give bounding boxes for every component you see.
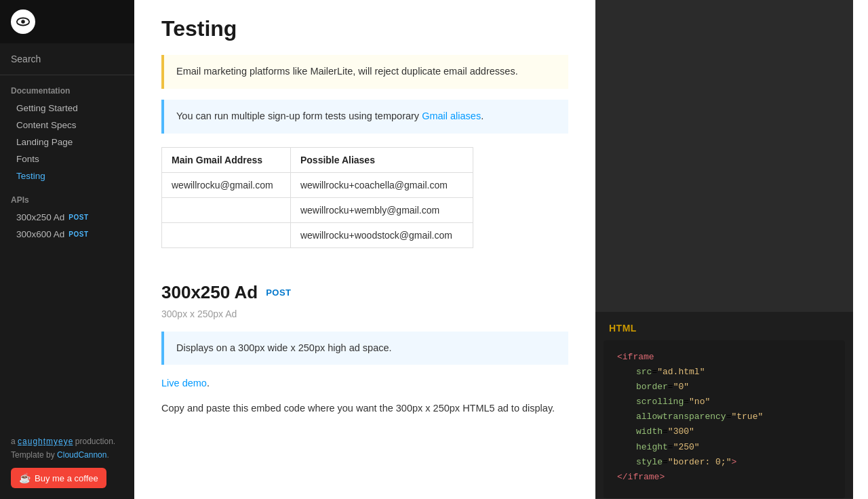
sidebar-item-300x600-label: 300x600 Ad <box>16 229 64 239</box>
caughtmyeye-y3[interactable]: y <box>64 437 68 446</box>
section-300x250-title-text: 300x250 Ad <box>161 282 258 303</box>
sidebar-item-landing-page[interactable]: Landing Page <box>0 134 134 151</box>
code-attr-allowtransparency: allowtransparency="true" <box>617 410 831 424</box>
callout-blue-suffix: . <box>481 111 484 121</box>
sidebar-section-apis: APIs 300x250 Ad POST 300x600 Ad POST <box>0 184 134 243</box>
sidebar-item-getting-started[interactable]: Getting Started <box>0 100 134 117</box>
code-attr-width: width="300" <box>617 424 831 439</box>
page-title: Testing <box>161 0 568 55</box>
caughtmyeye-m[interactable]: m <box>46 437 53 446</box>
sidebar-item-300x250-badge: POST <box>68 214 88 221</box>
callout-yellow: Email marketing platforms like MailerLit… <box>161 55 568 89</box>
sidebar-item-testing[interactable]: Testing <box>0 167 134 184</box>
caughtmyeye-h[interactable]: h <box>38 437 43 446</box>
sidebar-item-300x600-badge: POST <box>68 231 88 238</box>
live-demo-link[interactable]: Live demo <box>161 378 207 388</box>
live-demo-paragraph: Live demo. <box>161 376 568 391</box>
sidebar-search-item[interactable]: Search <box>0 43 134 75</box>
code-attr-src: src="ad.html" <box>617 365 831 380</box>
callout-blue: You can run multiple sign-up form tests … <box>161 100 568 134</box>
sidebar-logo <box>0 0 134 43</box>
footer-prefix: a <box>11 437 18 446</box>
code-attr-border: border="0" <box>617 380 831 395</box>
sidebar-item-300x250-label: 300x250 Ad <box>16 212 64 222</box>
table-cell-col1-1 <box>162 197 291 222</box>
code-attr-scrolling: scrolling="no" <box>617 395 831 410</box>
aliases-table: Main Gmail Address Possible Aliases wewi… <box>161 147 473 248</box>
table-row: wewillrocku+woodstock@gmail.com <box>162 222 473 247</box>
caughtmyeye-u[interactable]: u <box>28 437 33 446</box>
embed-instructions: Copy and paste this embed code where you… <box>161 401 568 416</box>
caughtmyeye-g[interactable]: g <box>33 437 37 446</box>
callout-300x250: Displays on a 300px wide x 250px high ad… <box>161 332 568 365</box>
table-cell-col2-0: wewillrocku+coachella@gmail.com <box>290 172 473 197</box>
sidebar-item-content-specs[interactable]: Content Specs <box>0 117 134 134</box>
logo-icon <box>11 9 35 34</box>
table-cell-col1-2 <box>162 222 291 247</box>
footer-suffix: production. <box>73 437 115 446</box>
gmail-aliases-link[interactable]: Gmail aliases <box>422 111 481 121</box>
sidebar-section-label-docs: Documentation <box>0 75 134 100</box>
section-300x250-badge: POST <box>266 287 291 298</box>
table-cell-col1-0: wewillrocku@gmail.com <box>162 172 291 197</box>
col1-header: Main Gmail Address <box>162 147 291 172</box>
caughtmyeye-a[interactable]: a <box>22 437 27 446</box>
template-prefix: Template by <box>11 450 57 460</box>
sidebar-section-label-apis: APIs <box>0 184 134 209</box>
callout-blue-prefix: You can run multiple sign-up form tests … <box>176 111 422 121</box>
caughtmyeye-c[interactable]: c <box>18 437 22 446</box>
html-label: HTML <box>595 312 853 340</box>
section-300x250-subtitle: 300px x 250px Ad <box>161 308 568 319</box>
main-content: Testing Email marketing platforms like M… <box>134 0 595 499</box>
sidebar-footer: a caughtmyeye production. Template by Cl… <box>0 426 134 499</box>
table-row: wewillrocku@gmail.comwewillrocku+coachel… <box>162 172 473 197</box>
right-panel: HTML <iframe src="ad.html" border="0" sc… <box>595 0 853 499</box>
code-attr-style: style="border: 0;"> <box>617 455 831 470</box>
right-panel-bottom: HTML <iframe src="ad.html" border="0" sc… <box>595 312 853 498</box>
callout-300x250-text: Displays on a 300px wide x 250px high ad… <box>176 342 392 353</box>
sidebar-item-300x600[interactable]: 300x600 Ad POST <box>0 226 134 243</box>
cloudcannon-link[interactable]: CloudCannon <box>57 450 106 460</box>
search-label: Search <box>11 54 41 64</box>
sidebar-item-fonts[interactable]: Fonts <box>0 151 134 167</box>
caughtmyeye-y2[interactable]: y <box>54 437 58 446</box>
code-close-tag: </iframe> <box>617 470 831 485</box>
template-suffix: . <box>106 450 108 460</box>
code-open-tag: <iframe <box>617 350 831 365</box>
table-cell-col2-2: wewillrocku+woodstock@gmail.com <box>290 222 473 247</box>
buy-coffee-label: Buy me a coffee <box>35 473 98 483</box>
section-300x250-title: 300x250 Ad POST <box>161 262 568 308</box>
table-cell-col2-1: wewillrocku+wembly@gmail.com <box>290 197 473 222</box>
caughtmyeye-e2[interactable]: e <box>58 437 63 446</box>
sidebar-section-documentation: Documentation Getting Started Content Sp… <box>0 75 134 184</box>
live-demo-period: . <box>207 378 210 388</box>
code-block: <iframe src="ad.html" border="0" scrolli… <box>604 340 845 498</box>
buy-coffee-button[interactable]: ☕ Buy me a coffee <box>11 468 106 488</box>
callout-yellow-text: Email marketing platforms like MailerLit… <box>176 66 518 77</box>
caughtmyeye-t[interactable]: t <box>43 437 45 446</box>
right-panel-top <box>595 0 853 312</box>
sidebar: Search Documentation Getting Started Con… <box>0 0 134 499</box>
table-row: wewillrocku+wembly@gmail.com <box>162 197 473 222</box>
svg-point-1 <box>21 20 25 24</box>
col2-header: Possible Aliases <box>290 147 473 172</box>
code-attr-height: height="250" <box>617 440 831 455</box>
coffee-icon: ☕ <box>19 473 31 483</box>
sidebar-item-300x250[interactable]: 300x250 Ad POST <box>0 209 134 226</box>
